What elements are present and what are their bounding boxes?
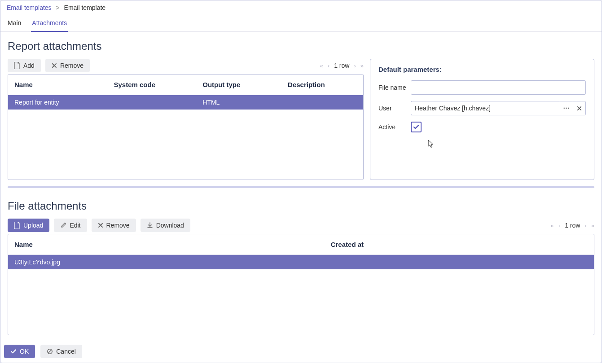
report-attachments-title: Report attachments <box>8 40 594 53</box>
footer-bar: OK Cancel <box>4 345 82 358</box>
table-row[interactable]: U3tytLcYdvo.jpg <box>8 255 594 270</box>
pager-last-icon[interactable]: » <box>360 62 364 69</box>
cancel-button[interactable]: Cancel <box>40 345 82 358</box>
ok-button-label: OK <box>20 348 29 355</box>
upload-button[interactable]: Upload <box>8 219 49 232</box>
params-title: Default parameters: <box>378 66 586 73</box>
cell-name: Report for entity <box>8 95 107 110</box>
document-icon <box>14 62 20 69</box>
document-icon <box>14 222 20 229</box>
add-button-label: Add <box>23 62 35 69</box>
close-icon <box>52 63 57 68</box>
pager-last-icon[interactable]: » <box>591 222 594 229</box>
file-name-input[interactable] <box>411 80 586 95</box>
active-label: Active <box>378 123 411 131</box>
file-remove-button[interactable]: Remove <box>92 219 136 232</box>
col-description[interactable]: Description <box>281 75 363 95</box>
pager-next-icon[interactable]: › <box>584 222 586 229</box>
cell-system-code <box>107 95 196 110</box>
pager-next-icon[interactable]: › <box>354 62 356 69</box>
check-icon <box>10 348 17 355</box>
cancel-button-label: Cancel <box>56 348 76 355</box>
file-col-created-at[interactable]: Created at <box>325 234 594 255</box>
user-input[interactable] <box>411 101 560 115</box>
file-table: Name Created at U3tytLcYdvo.jpg <box>8 234 594 335</box>
file-name-label: File name <box>378 84 411 91</box>
cell-name: U3tytLcYdvo.jpg <box>8 255 325 270</box>
download-button-label: Download <box>156 222 184 229</box>
ellipsis-icon: ··· <box>563 105 570 112</box>
file-remove-button-label: Remove <box>106 222 130 229</box>
edit-button[interactable]: Edit <box>54 219 87 232</box>
file-col-name[interactable]: Name <box>8 234 325 255</box>
pager-first-icon[interactable]: « <box>551 222 554 229</box>
user-clear-button[interactable] <box>573 101 586 115</box>
col-output-type[interactable]: Output type <box>196 75 281 95</box>
report-pager: « ‹ 1 row › » <box>320 62 364 69</box>
download-icon <box>147 222 153 228</box>
col-name[interactable]: Name <box>8 75 107 95</box>
tabs: Main Attachments <box>0 14 602 32</box>
close-icon <box>577 106 582 111</box>
user-lookup-button[interactable]: ··· <box>560 101 573 115</box>
col-system-code[interactable]: System code <box>107 75 196 95</box>
pager-prev-icon[interactable]: ‹ <box>558 222 560 229</box>
breadcrumb-separator: > <box>56 4 59 11</box>
pager-text: 1 row <box>334 62 349 69</box>
cancel-icon <box>47 348 53 355</box>
report-table: Name System code Output type Description… <box>8 74 364 180</box>
download-button[interactable]: Download <box>141 219 190 232</box>
breadcrumb-parent-link[interactable]: Email templates <box>7 4 52 11</box>
check-icon <box>413 123 420 131</box>
pager-first-icon[interactable]: « <box>320 62 323 69</box>
edit-button-label: Edit <box>70 222 80 229</box>
tab-attachments[interactable]: Attachments <box>31 17 68 32</box>
tab-main[interactable]: Main <box>7 17 22 32</box>
cell-output-type: HTML <box>196 95 281 110</box>
cell-created-at <box>325 255 594 270</box>
breadcrumb: Email templates > Email template <box>0 0 602 13</box>
report-attachments-section: Report attachments Add <box>0 32 602 183</box>
file-attachments-title: File attachments <box>8 200 594 212</box>
remove-button[interactable]: Remove <box>45 59 90 72</box>
file-attachments-section: File attachments Upload Edit <box>0 192 602 338</box>
file-pager-text: 1 row <box>565 222 580 229</box>
active-checkbox[interactable] <box>411 122 422 132</box>
table-row[interactable]: Report for entity HTML <box>8 95 363 110</box>
add-button[interactable]: Add <box>8 59 41 72</box>
upload-button-label: Upload <box>23 222 43 229</box>
pager-prev-icon[interactable]: ‹ <box>328 62 330 69</box>
user-label: User <box>378 105 411 112</box>
pencil-icon <box>60 222 66 228</box>
file-pager: « ‹ 1 row › » <box>551 222 594 229</box>
remove-button-label: Remove <box>60 62 83 69</box>
cell-description <box>281 95 363 110</box>
ok-button[interactable]: OK <box>4 345 35 358</box>
close-icon <box>98 223 103 228</box>
section-divider[interactable] <box>8 186 594 188</box>
breadcrumb-current: Email template <box>64 4 106 11</box>
default-parameters-panel: Default parameters: File name User ··· <box>370 59 594 180</box>
